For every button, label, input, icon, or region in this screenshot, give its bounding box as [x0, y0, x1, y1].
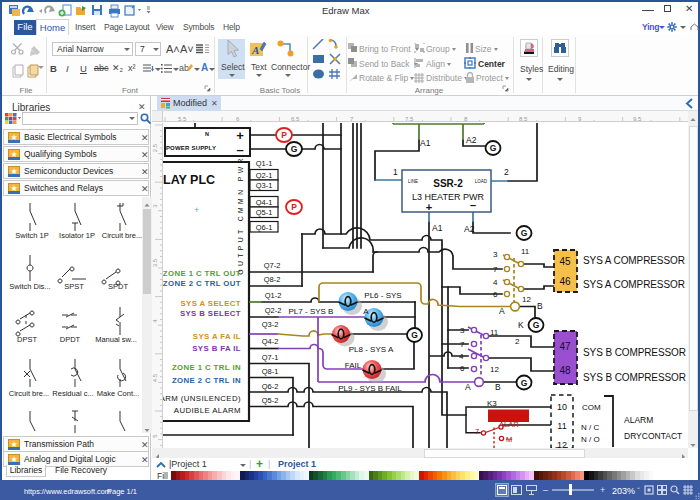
- svg-text:DPST: DPST: [17, 335, 37, 344]
- svg-text:45: 45: [559, 256, 571, 267]
- svg-text:G: G: [521, 378, 528, 388]
- svg-text:3: 3: [152, 204, 158, 208]
- svg-text:+: +: [236, 128, 244, 143]
- svg-text:PL7 - SYS B: PL7 - SYS B: [289, 307, 334, 316]
- svg-text:2.5: 2.5: [152, 143, 158, 152]
- svg-text:ZONE 2 C TRL IN: ZONE 2 C TRL IN: [172, 376, 241, 385]
- svg-text:12: 12: [522, 295, 531, 304]
- svg-text:Q1-1: Q1-1: [256, 159, 273, 168]
- svg-text:SSR-2: SSR-2: [433, 178, 463, 189]
- svg-text:DPDT: DPDT: [60, 335, 81, 344]
- svg-text:PL6 - SYS: PL6 - SYS: [364, 291, 401, 300]
- svg-text:8: 8: [464, 116, 468, 122]
- svg-text:P: P: [281, 130, 287, 140]
- svg-text:G: G: [291, 144, 298, 154]
- svg-text:Switch 1P: Switch 1P: [15, 231, 48, 240]
- svg-text:A: A: [499, 306, 505, 316]
- svg-text:7: 7: [350, 116, 354, 122]
- svg-text:A: A: [251, 44, 259, 56]
- svg-text:Switch Dis...: Switch Dis...: [9, 282, 50, 291]
- svg-text:LINE: LINE: [408, 179, 418, 184]
- svg-text:A1: A1: [432, 223, 443, 233]
- svg-text:A1: A1: [420, 138, 431, 148]
- svg-text:11: 11: [490, 328, 499, 337]
- svg-text:POWER SUPPLY: POWER SUPPLY: [166, 145, 216, 151]
- svg-text:K3: K3: [487, 399, 497, 408]
- svg-text:Q7-1: Q7-1: [262, 353, 279, 362]
- svg-text:Manual sw...: Manual sw...: [95, 335, 137, 344]
- svg-text:ZONE 1 C TRL OUT: ZONE 1 C TRL OUT: [163, 269, 241, 278]
- svg-text:–: –: [236, 142, 243, 157]
- svg-text:3: 3: [493, 250, 498, 259]
- svg-text:G: G: [411, 330, 418, 340]
- svg-text:A2: A2: [464, 224, 475, 234]
- svg-text:–: –: [470, 199, 476, 211]
- svg-text:G: G: [533, 320, 540, 330]
- svg-text:PL8 - SYS A: PL8 - SYS A: [349, 345, 394, 354]
- svg-text:OUTPUT CMMN PWR: OUTPUT CMMN PWR: [237, 155, 244, 275]
- svg-text:SYS B FA IL: SYS B FA IL: [192, 344, 241, 353]
- svg-text:6: 6: [460, 364, 465, 373]
- svg-text:G: G: [490, 143, 497, 153]
- svg-text:6.5: 6.5: [291, 116, 300, 122]
- svg-text:SYS A FA IL: SYS A FA IL: [193, 332, 241, 341]
- svg-text:N / C: N / C: [581, 423, 599, 432]
- svg-text:8.5: 8.5: [519, 116, 528, 122]
- svg-text:9: 9: [578, 116, 582, 122]
- svg-text:Make Cont...: Make Cont...: [97, 389, 140, 398]
- svg-text:Q3-1: Q3-1: [256, 181, 273, 190]
- svg-text:P: P: [291, 202, 297, 212]
- svg-text:SPST: SPST: [64, 282, 84, 291]
- svg-text:LAY PLC: LAY PLC: [163, 173, 215, 187]
- svg-text:ALARM: ALARM: [624, 415, 653, 425]
- svg-text:4: 4: [493, 278, 498, 287]
- svg-text:+: +: [194, 205, 199, 215]
- svg-text:AUDIBLE ALARM: AUDIBLE ALARM: [174, 406, 241, 415]
- svg-text:SPDT: SPDT: [108, 282, 128, 291]
- svg-text:46: 46: [559, 276, 571, 287]
- svg-text:SYS A SELECT: SYS A SELECT: [180, 299, 241, 308]
- svg-text:+: +: [426, 201, 432, 213]
- svg-text:7: 7: [475, 427, 479, 436]
- svg-text:3: 3: [460, 326, 465, 335]
- svg-text:ARM (UNSILENCED): ARM (UNSILENCED): [163, 394, 241, 403]
- svg-text:10: 10: [557, 402, 567, 412]
- svg-text:DRYCONTACT: DRYCONTACT: [624, 431, 682, 441]
- svg-text:5.5: 5.5: [178, 116, 187, 122]
- svg-text:Q8-1: Q8-1: [262, 367, 279, 376]
- svg-text:Q2-2: Q2-2: [265, 306, 282, 315]
- svg-text:ZONE 2 C TRL OUT: ZONE 2 C TRL OUT: [163, 279, 241, 288]
- svg-text:6: 6: [493, 290, 498, 299]
- svg-text:4.5: 4.5: [152, 373, 158, 382]
- svg-text:Q7-2: Q7-2: [264, 261, 281, 270]
- svg-text:Q3-2: Q3-2: [262, 320, 279, 329]
- svg-text:A: A: [465, 382, 471, 392]
- svg-text:Q6-2: Q6-2: [262, 382, 279, 391]
- svg-text:SYS B COMPRESSOR L: SYS B COMPRESSOR L: [583, 372, 688, 383]
- svg-text:Q5-2: Q5-2: [262, 396, 279, 405]
- svg-text:ALAR: ALAR: [499, 420, 519, 429]
- svg-text:COM: COM: [582, 403, 601, 412]
- svg-text:7: 7: [493, 265, 498, 274]
- svg-text:N / O: N / O: [581, 435, 600, 444]
- svg-text:LOAD: LOAD: [475, 179, 488, 184]
- svg-text:4: 4: [459, 352, 464, 361]
- svg-text:M: M: [506, 435, 512, 444]
- svg-text:K: K: [518, 320, 524, 330]
- svg-text:ZONE 1 C TRL IN: ZONE 1 C TRL IN: [172, 363, 241, 372]
- svg-text:7: 7: [460, 340, 465, 349]
- svg-text:2: 2: [515, 337, 520, 346]
- svg-text:SYS B COMPRESSOR L: SYS B COMPRESSOR L: [583, 347, 688, 358]
- svg-text:12: 12: [490, 365, 499, 374]
- svg-text:2: 2: [504, 167, 509, 177]
- svg-text:Q4-2: Q4-2: [262, 337, 279, 346]
- svg-text:11: 11: [521, 247, 530, 256]
- svg-text:1: 1: [393, 167, 398, 177]
- svg-text:7.5: 7.5: [405, 116, 414, 122]
- svg-text:B: B: [495, 382, 501, 392]
- svg-text:Isolator 1P: Isolator 1P: [59, 231, 95, 240]
- svg-text:9.5: 9.5: [633, 116, 642, 122]
- svg-text:SYS A COMPRESSOR L: SYS A COMPRESSOR L: [583, 279, 688, 290]
- svg-text:Q1-2: Q1-2: [265, 291, 282, 300]
- svg-text:Circuit bre...: Circuit bre...: [9, 389, 49, 398]
